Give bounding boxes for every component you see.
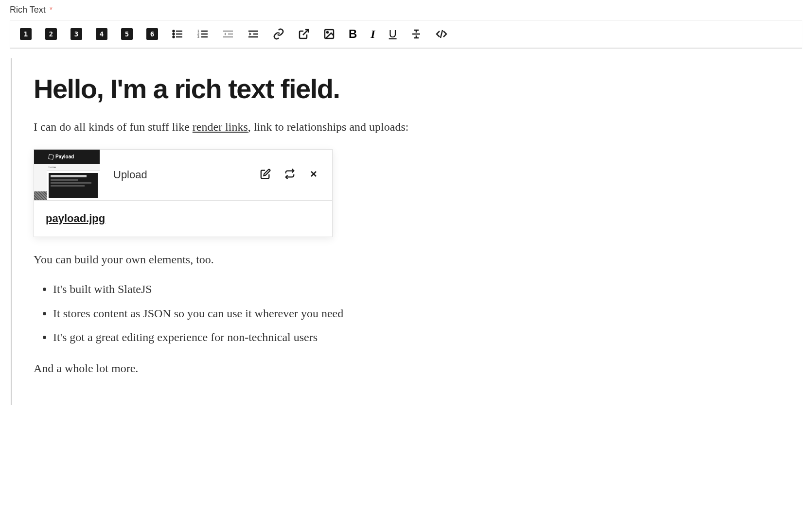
underline-icon: U: [389, 28, 397, 40]
link-button[interactable]: [273, 28, 284, 40]
outdent-icon: [222, 28, 234, 40]
strikethrough-icon: [410, 28, 422, 40]
code-button[interactable]: [436, 28, 447, 40]
outdent-button[interactable]: [222, 28, 234, 40]
list-item[interactable]: It stores content as JSON so you can use…: [53, 306, 780, 322]
field-label: Rich Text *: [10, 5, 802, 15]
italic-icon: I: [371, 28, 375, 41]
edit-upload-button[interactable]: [260, 169, 271, 181]
editor-container: 1 2 3 4 5 6 1 2 3: [10, 20, 802, 49]
paragraph-text: I can do all kinds of fun stuff like: [34, 120, 193, 133]
link-icon: [273, 28, 284, 40]
svg-line-18: [303, 30, 308, 35]
list-item[interactable]: It's built with SlateJS: [53, 281, 780, 298]
ordered-list-button[interactable]: 1 2 3: [197, 28, 209, 40]
indent-icon: [247, 28, 259, 40]
swap-upload-button[interactable]: [284, 169, 295, 181]
svg-point-2: [173, 34, 175, 35]
code-icon: [436, 28, 447, 40]
heading-3-button[interactable]: 3: [71, 28, 82, 40]
numbered-list-icon: 1 2 3: [197, 28, 209, 40]
content-list[interactable]: It's built with SlateJS It stores conten…: [34, 281, 780, 346]
unordered-list-button[interactable]: [172, 28, 183, 40]
strikethrough-button[interactable]: [410, 28, 422, 40]
external-link-icon: [298, 28, 310, 40]
bold-button[interactable]: B: [349, 27, 357, 41]
render-links-link[interactable]: render links: [193, 120, 248, 133]
svg-line-26: [441, 30, 442, 38]
content-paragraph-2[interactable]: You can build your own elements, too.: [34, 252, 780, 268]
edit-icon: [260, 169, 271, 179]
list-item[interactable]: It's got a great editing experience for …: [53, 329, 780, 346]
field-label-text: Rich Text: [10, 5, 46, 15]
heading-6-button[interactable]: 6: [146, 28, 158, 40]
close-icon: [309, 169, 318, 179]
swap-icon: [284, 169, 295, 179]
svg-point-0: [173, 31, 175, 32]
heading-4-button[interactable]: 4: [96, 28, 107, 40]
heading-1-button[interactable]: 1: [20, 28, 32, 40]
indent-button[interactable]: [247, 28, 259, 40]
required-indicator: *: [50, 6, 53, 15]
upload-filename[interactable]: payload.jpg: [34, 201, 332, 237]
svg-point-4: [173, 36, 175, 38]
paragraph-text: , link to relationships and uploads:: [248, 120, 409, 133]
svg-point-20: [327, 32, 328, 33]
upload-card-header: Payload home Upload: [34, 150, 332, 201]
relationship-button[interactable]: [298, 28, 310, 40]
heading-2-button[interactable]: 2: [45, 28, 57, 40]
upload-button[interactable]: [323, 28, 335, 40]
upload-actions: [260, 169, 332, 181]
bullet-list-icon: [172, 28, 183, 40]
upload-label: Upload: [100, 169, 260, 181]
underline-button[interactable]: U: [389, 28, 397, 40]
bold-icon: B: [349, 27, 357, 41]
content-heading[interactable]: Hello, I'm a rich text field.: [34, 73, 780, 104]
content-paragraph-1[interactable]: I can do all kinds of fun stuff like ren…: [34, 119, 780, 136]
heading-5-button[interactable]: 5: [121, 28, 133, 40]
italic-button[interactable]: I: [371, 28, 375, 41]
svg-text:3: 3: [197, 35, 199, 38]
editor-content[interactable]: Hello, I'm a rich text field. I can do a…: [11, 58, 802, 405]
remove-upload-button[interactable]: [309, 169, 318, 181]
toolbar: 1 2 3 4 5 6 1 2 3: [10, 20, 802, 48]
upload-thumbnail: Payload home: [34, 150, 100, 200]
content-paragraph-3[interactable]: And a whole lot more.: [34, 360, 780, 377]
upload-card: Payload home Upload: [34, 149, 333, 237]
image-icon: [323, 28, 335, 40]
